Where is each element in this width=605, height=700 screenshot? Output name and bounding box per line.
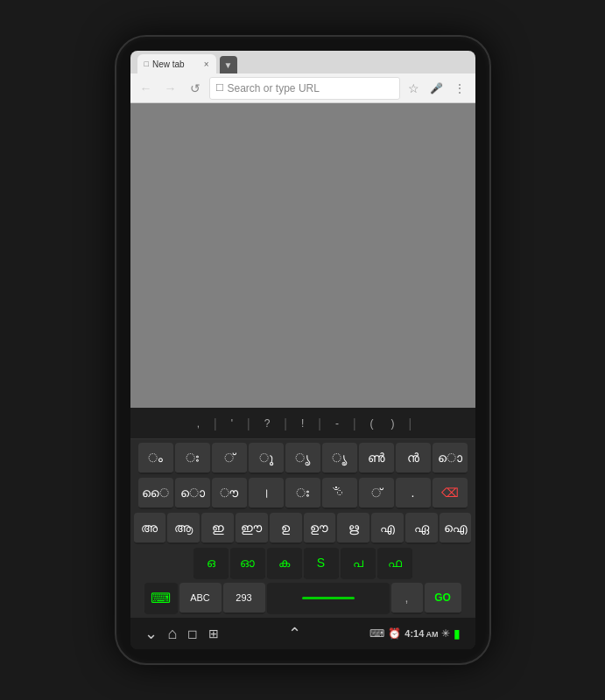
key-ai[interactable]: ഐ [440,513,472,544]
key-0[interactable]: ം [138,443,173,474]
back-button[interactable]: ← [136,78,157,99]
key-ri[interactable]: ഋ [337,513,369,544]
bookmark-button[interactable]: ☆ [404,78,425,99]
space-line [302,597,355,599]
key-r2-0[interactable]: ൈ [138,478,173,509]
address-placeholder: Search or type URL [228,82,394,94]
key-ee[interactable]: ഏ [405,513,438,544]
recents-nav-icon[interactable]: ◻ [187,626,198,640]
key-ka[interactable]: ക [267,548,302,579]
key-pa[interactable]: പ [341,548,376,579]
suggestion-exclaim[interactable]: ! [298,416,307,431]
alarm-icon: ⏰ [388,627,401,640]
key-s[interactable]: S [304,548,339,579]
new-tab-icon: ▼ [224,60,233,70]
divider-2: | [247,416,250,430]
key-pha[interactable]: ഫ [377,548,412,579]
forward-icon: → [165,81,177,95]
keyboard-switch-key[interactable]: ⌨ [144,583,178,614]
key-ii[interactable]: ഈ [236,513,268,544]
refresh-button[interactable]: ↺ [185,78,206,99]
mic-button[interactable]: 🎤 [426,78,447,99]
keyboard-row-2: ൈ ൊ ൗ । ഃ ഁ ് . ⌫ [130,476,475,511]
device-frame: □ New tab × ▼ ← → ↺ ☐ Search or type URL [115,35,491,665]
key-5[interactable]: ൄ [322,443,357,474]
address-search-icon: ☐ [215,82,224,94]
keyboard-bottom-row: ⌨ ABC 293 , GO [130,581,475,616]
browser-tab-new[interactable]: □ New tab × [137,54,216,74]
key-6[interactable]: ൺ [359,443,394,474]
num-label: 293 [236,592,251,603]
key-r2-4[interactable]: ഃ [285,478,320,509]
key-1[interactable]: ഃ [175,443,210,474]
suggestion-rparen[interactable]: ) [388,416,398,431]
go-label: GO [434,592,451,604]
abc-key[interactable]: ABC [179,583,222,614]
keyboard-row-4: ഒ ഓ ക S പ ഫ [130,546,475,581]
num-key[interactable]: 293 [223,583,265,614]
key-r2-1[interactable]: ൊ [175,478,210,509]
divider-6: | [409,416,412,430]
address-bar[interactable]: ☐ Search or type URL [209,77,400,100]
browser-tabs: □ New tab × ▼ [130,51,475,74]
keyboard-row-3: അ ആ ഇ ഈ ഉ ഊ ഋ എ ഏ ഐ [130,511,475,546]
tab-close-button[interactable]: × [204,60,209,69]
device-screen: □ New tab × ▼ ← → ↺ ☐ Search or type URL [130,51,475,649]
divider-3: | [284,416,287,430]
key-r2-7[interactable]: . [396,478,431,509]
menu-icon: ⋮ [454,81,466,95]
refresh-icon: ↺ [190,81,200,95]
key-i[interactable]: ഇ [201,513,234,544]
keyboard-row-1: ം ഃ ് ൂ ൃ ൄ ൺ ൻ ൊ [130,441,475,476]
comma-label: , [405,591,409,605]
suggestion-dash[interactable]: - [332,416,342,431]
go-key[interactable]: GO [425,583,461,614]
forward-button[interactable]: → [160,78,181,99]
keyboard: ം ഃ ് ൂ ൃ ൄ ൺ ൻ ൊ ൈ ൊ ൗ । ഃ ഁ [130,439,475,618]
mic-icon: 🎤 [430,82,443,94]
key-r2-2[interactable]: ൗ [212,478,247,509]
star-icon: ☆ [408,81,419,95]
keyboard-status-icon: ⌨ [369,627,384,640]
nav-right: ⌨ ⏰ 4:14 AM ✳ ▮ [369,626,461,640]
key-r2-3[interactable]: । [249,478,284,509]
nav-left: ⌄ ⌂ ◻ ⊞ [144,624,220,643]
key-8[interactable]: ൊ [433,443,468,474]
up-nav-icon[interactable]: ⌃ [288,624,301,643]
suggestion-comma[interactable]: , [193,416,203,431]
new-tab-button[interactable]: ▼ [220,56,237,74]
key-3[interactable]: ൂ [249,443,284,474]
suggestions-row: , | ' | ? | ! | - | ( ) | [130,408,475,439]
key-4[interactable]: ൃ [285,443,320,474]
time-display: 4:14 AM [405,628,438,639]
divider-4: | [318,416,321,430]
key-a[interactable]: അ [134,513,166,544]
keyboard-area: , | ' | ? | ! | - | ( ) | ം ഃ ് [130,408,475,649]
menu-button[interactable]: ⋮ [449,78,470,99]
key-e[interactable]: എ [371,513,404,544]
suggestion-question[interactable]: ? [261,416,274,431]
comma-key[interactable]: , [391,583,423,614]
toolbar-actions: ☆ 🎤 ⋮ [404,78,470,99]
key-aa[interactable]: ആ [167,513,200,544]
key-2[interactable]: ് [212,443,247,474]
key-7[interactable]: ൻ [396,443,431,474]
suggestion-apostrophe[interactable]: ' [228,416,236,431]
key-o[interactable]: ഒ [193,548,229,579]
key-r2-5[interactable]: ഁ [322,478,357,509]
bluetooth-icon: ✳ [441,627,450,640]
back-icon: ← [140,81,152,95]
browser-toolbar: ← → ↺ ☐ Search or type URL ☆ 🎤 ⋮ [130,74,475,103]
backspace-key[interactable]: ⌫ [433,478,468,509]
abc-label: ABC [190,592,210,603]
key-r2-6[interactable]: ് [359,478,394,509]
fullscreen-nav-icon[interactable]: ⊞ [208,626,219,640]
suggestion-lparen[interactable]: ( [367,416,377,431]
key-oo[interactable]: ഓ [230,548,265,579]
space-key[interactable] [267,583,390,614]
key-u[interactable]: ഉ [270,513,302,544]
key-uu[interactable]: ഊ [304,513,336,544]
back-nav-icon[interactable]: ⌄ [144,624,158,643]
divider-5: | [353,416,356,430]
home-nav-icon[interactable]: ⌂ [168,625,178,643]
